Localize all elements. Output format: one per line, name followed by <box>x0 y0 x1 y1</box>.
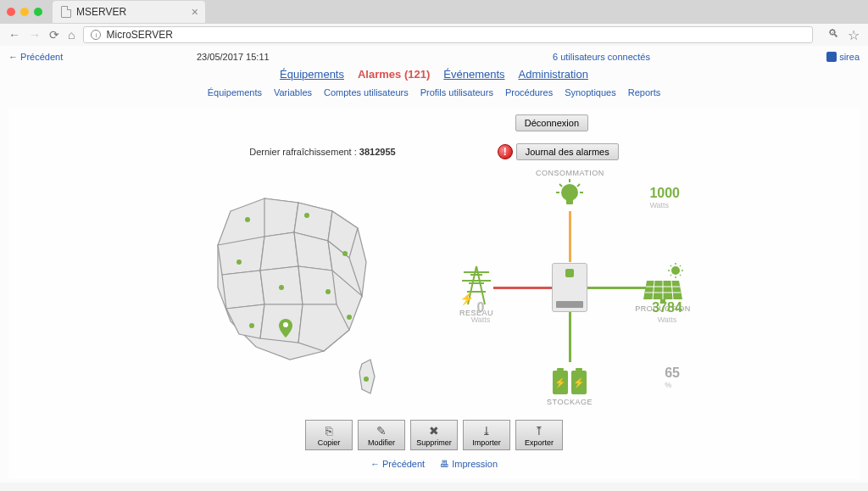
tab-title: MSERVER <box>76 6 126 18</box>
subnav-item[interactable]: Profils utilisateurs <box>420 87 493 98</box>
svg-rect-11 <box>566 199 573 204</box>
username: sirea <box>839 52 860 62</box>
svg-point-0 <box>245 217 250 222</box>
sub-nav: Équipements Variables Comptes utilisateu… <box>8 84 860 103</box>
map-svg <box>180 169 417 406</box>
svg-point-6 <box>249 323 254 328</box>
nav-equipements[interactable]: Équipements <box>280 68 344 81</box>
svg-point-18 <box>671 266 680 275</box>
node-stockage: ⚡⚡ STOCKAGE <box>536 367 604 406</box>
logout-button[interactable]: Déconnexion <box>515 114 588 131</box>
print-icon: 🖶 <box>440 459 449 469</box>
main-nav: Équipements Alarmes (121) Événements Adm… <box>8 64 860 84</box>
subnav-item[interactable]: Procédures <box>505 87 553 98</box>
search-icon[interactable]: 🔍︎ <box>828 27 839 43</box>
browser-tab[interactable]: MSERVER × <box>53 1 205 23</box>
line-consumption <box>569 211 571 262</box>
svg-point-9 <box>283 322 288 327</box>
info-icon[interactable]: i <box>91 30 101 40</box>
url-text: MicroSERVER <box>106 29 172 41</box>
address-bar[interactable]: i MicroSERVER <box>83 26 813 43</box>
minimize-window-icon[interactable] <box>20 8 29 16</box>
page-content: ← Précédent 23/05/2017 15:11 6 utilisate… <box>0 46 868 483</box>
svg-point-7 <box>347 315 352 320</box>
alarm-button-group: ! Journal des alarmes <box>498 143 619 160</box>
subnav-item[interactable]: Comptes utilisateurs <box>324 87 409 98</box>
line-storage <box>569 311 571 362</box>
main-content: Déconnexion Dernier rafraîchissement : 3… <box>8 108 860 479</box>
svg-line-26 <box>680 265 681 266</box>
subnav-item[interactable]: Reports <box>628 87 661 98</box>
copy-icon: ⎘ <box>326 424 332 438</box>
energy-diagram: CONSOMMATION 1000 Watts <box>451 169 688 406</box>
importer-button[interactable]: ⤓Importer <box>463 420 510 450</box>
alarm-icon: ! <box>498 144 513 159</box>
consommation-value: 1000 Watts <box>649 186 680 209</box>
production-value: 3784 Watts <box>637 300 697 324</box>
close-window-icon[interactable] <box>7 8 15 16</box>
solar-panel-icon <box>640 262 687 304</box>
page-icon <box>61 6 71 18</box>
footer-back[interactable]: ← Précédent <box>370 459 425 469</box>
browser-chrome: MSERVER × ← → ⟳ ⌂ i MicroSERVER 🔍︎ ☆ <box>0 0 868 46</box>
window-controls <box>7 8 42 16</box>
delete-icon: ✖ <box>429 424 439 438</box>
svg-line-14 <box>577 184 580 187</box>
svg-point-1 <box>304 213 309 218</box>
modifier-button[interactable]: ✎Modifier <box>358 420 405 450</box>
info-row: Dernier rafraîchissement : 3812955 ! Jou… <box>8 140 860 169</box>
back-icon[interactable]: ← <box>8 28 20 42</box>
bookmark-icon[interactable]: ☆ <box>848 27 860 43</box>
svg-line-13 <box>559 184 562 187</box>
footer-print[interactable]: 🖶 Impression <box>440 459 498 469</box>
tab-bar: MSERVER × <box>0 0 868 24</box>
svg-point-5 <box>326 289 331 294</box>
action-bar: ⎘Copier ✎Modifier ✖Supprimer ⤓Importer ⤒… <box>8 415 860 455</box>
import-icon: ⤓ <box>481 424 492 438</box>
home-icon[interactable]: ⌂ <box>68 28 75 42</box>
journal-alarmes-button[interactable]: Journal des alarmes <box>516 143 619 160</box>
svg-point-3 <box>342 251 348 256</box>
france-map[interactable] <box>180 169 417 406</box>
copier-button[interactable]: ⎘Copier <box>305 420 353 450</box>
back-link[interactable]: ← Précédent <box>8 52 63 62</box>
user-icon <box>826 52 837 62</box>
logout-bar: Déconnexion <box>8 114 860 140</box>
svg-point-8 <box>364 377 369 382</box>
browser-nav-bar: ← → ⟳ ⌂ i MicroSERVER 🔍︎ ☆ <box>0 24 868 46</box>
nav-alarmes[interactable]: Alarmes (121) <box>358 68 430 81</box>
address-actions: 🔍︎ ☆ <box>828 27 860 43</box>
subnav-item[interactable]: Variables <box>274 87 312 98</box>
users-connected: 6 utilisateurs connectés <box>553 52 650 62</box>
subnav-item[interactable]: Équipements <box>208 87 262 98</box>
user-badge[interactable]: sirea <box>826 52 860 62</box>
reload-icon[interactable]: ⟳ <box>49 28 59 42</box>
reseau-value: 0 Watts <box>451 300 510 324</box>
inverter-icon <box>552 263 587 312</box>
dashboard: CONSOMMATION 1000 Watts <box>8 169 860 415</box>
battery-icon: ⚡⚡ <box>536 371 604 394</box>
subnav-item[interactable]: Synoptiques <box>565 87 616 98</box>
nav-evenements[interactable]: Événements <box>443 68 504 81</box>
footer-links: ← Précédent 🖶 Impression <box>8 455 860 472</box>
node-consommation: CONSOMMATION <box>536 169 604 211</box>
close-tab-icon[interactable]: × <box>192 5 198 19</box>
svg-point-10 <box>561 184 578 201</box>
edit-icon: ✎ <box>376 424 387 438</box>
refresh-info: Dernier rafraîchissement : 3812955 <box>249 147 395 157</box>
svg-line-23 <box>670 265 671 266</box>
svg-line-25 <box>670 275 671 276</box>
stockage-value: 65 % <box>665 365 680 389</box>
export-icon: ⤒ <box>534 424 544 438</box>
svg-point-2 <box>236 259 242 265</box>
lightbulb-icon <box>553 177 587 211</box>
supprimer-button[interactable]: ✖Supprimer <box>410 420 458 450</box>
forward-icon[interactable]: → <box>29 28 41 42</box>
datetime-label: 23/05/2017 15:11 <box>197 52 270 62</box>
svg-point-4 <box>279 285 284 290</box>
nav-administration[interactable]: Administration <box>519 68 588 81</box>
svg-line-24 <box>680 275 681 276</box>
exporter-button[interactable]: ⤒Exporter <box>515 420 563 450</box>
maximize-window-icon[interactable] <box>34 8 42 16</box>
top-info-row: ← Précédent 23/05/2017 15:11 6 utilisate… <box>8 49 860 64</box>
